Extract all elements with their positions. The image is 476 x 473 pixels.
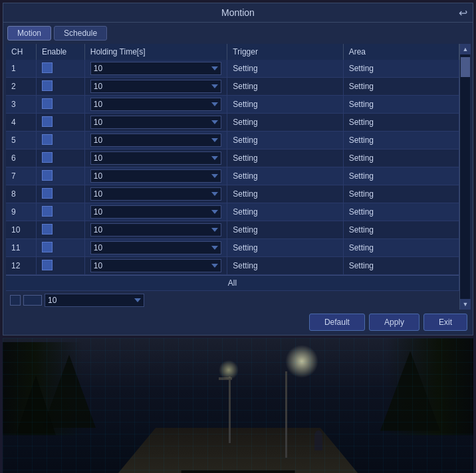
holding-dropdown-6[interactable]: 10: [90, 151, 222, 165]
trigger-setting-11[interactable]: Setting: [233, 243, 257, 252]
channel-table: CH Enable Holding Time[s] Trigger Area 1…: [6, 44, 459, 275]
tab-schedule[interactable]: Schedule: [54, 26, 107, 41]
enable-checkbox-9[interactable]: [42, 206, 53, 217]
enable-checkbox-3[interactable]: [42, 98, 53, 109]
area-setting-12[interactable]: Setting: [349, 261, 374, 270]
dropdown-arrow-icon: [211, 102, 218, 106]
holding-dropdown-2[interactable]: 10: [90, 80, 222, 93]
channel-table-wrapper: CH Enable Holding Time[s] Trigger Area 1…: [6, 44, 459, 310]
cell-trigger: Setting: [227, 132, 343, 149]
holding-dropdown-12[interactable]: 10: [90, 259, 222, 272]
back-button[interactable]: ↩: [459, 7, 467, 19]
scroll-track[interactable]: [460, 54, 470, 299]
cell-holding: 10: [84, 257, 227, 275]
holding-dropdown-3[interactable]: 10: [90, 98, 222, 111]
trigger-setting-1[interactable]: Setting: [233, 64, 257, 73]
area-setting-4[interactable]: Setting: [349, 118, 374, 127]
trigger-setting-3[interactable]: Setting: [233, 100, 257, 109]
cell-holding: 10: [84, 149, 227, 167]
dropdown-arrow-icon: [211, 192, 218, 196]
scroll-up-button[interactable]: ▲: [460, 44, 471, 54]
area-setting-7[interactable]: Setting: [349, 171, 374, 181]
trigger-setting-10[interactable]: Setting: [233, 225, 257, 235]
trigger-setting-5[interactable]: Setting: [233, 136, 257, 145]
enable-checkbox-5[interactable]: [42, 134, 53, 145]
all-enable-checkbox2[interactable]: [23, 295, 42, 306]
cell-holding: 10: [84, 114, 227, 132]
cell-trigger: Setting: [227, 257, 343, 275]
dropdown-arrow-icon: [211, 174, 218, 178]
cell-enable: [36, 78, 84, 96]
scroll-thumb[interactable]: [461, 57, 470, 77]
enable-checkbox-11[interactable]: [42, 242, 53, 252]
area-setting-9[interactable]: Setting: [349, 207, 374, 217]
holding-dropdown-11[interactable]: 10: [90, 241, 222, 254]
cell-enable: [36, 185, 84, 203]
area-setting-11[interactable]: Setting: [349, 243, 374, 252]
cell-trigger: Setting: [227, 78, 343, 96]
cell-trigger: Setting: [227, 60, 343, 78]
dropdown-arrow-icon: [211, 138, 218, 142]
window-title: Montion: [221, 7, 255, 18]
trigger-setting-6[interactable]: Setting: [233, 153, 257, 163]
area-setting-8[interactable]: Setting: [349, 189, 374, 199]
all-enable-checkbox[interactable]: [10, 295, 21, 306]
cell-holding: 10: [84, 167, 227, 185]
area-setting-1[interactable]: Setting: [349, 64, 374, 73]
dropdown-arrow-icon: [211, 156, 218, 160]
enable-checkbox-2[interactable]: [42, 80, 53, 91]
header-area: Area: [343, 44, 459, 60]
cell-holding: 10: [84, 239, 227, 257]
cell-ch: 7: [6, 167, 36, 185]
area-setting-10[interactable]: Setting: [349, 225, 374, 235]
cell-enable: [36, 132, 84, 149]
cell-holding: 10: [84, 60, 227, 78]
trigger-setting-4[interactable]: Setting: [233, 118, 257, 127]
cell-enable: [36, 114, 84, 132]
all-holding-dropdown[interactable]: 10: [45, 294, 144, 307]
enable-checkbox-12[interactable]: [42, 260, 53, 270]
enable-checkbox-10[interactable]: [42, 224, 53, 235]
cell-area: Setting: [343, 203, 459, 221]
enable-checkbox-4[interactable]: [42, 116, 53, 127]
trigger-setting-7[interactable]: Setting: [233, 171, 257, 181]
holding-dropdown-5[interactable]: 10: [90, 134, 222, 147]
default-button[interactable]: Default: [309, 314, 365, 331]
table-row: 5 10 Setting Setting: [6, 132, 459, 149]
holding-dropdown-4[interactable]: 10: [90, 116, 222, 129]
exit-button[interactable]: Exit: [423, 314, 467, 331]
table-scrollbar[interactable]: ▲ ▼: [459, 44, 470, 310]
area-setting-2[interactable]: Setting: [349, 82, 374, 91]
scroll-down-button[interactable]: ▼: [460, 299, 471, 310]
enable-checkbox-1[interactable]: [42, 62, 53, 73]
trigger-setting-8[interactable]: Setting: [233, 189, 257, 199]
enable-checkbox-7[interactable]: [42, 170, 53, 181]
holding-dropdown-9[interactable]: 10: [90, 205, 222, 219]
trigger-setting-12[interactable]: Setting: [233, 261, 257, 270]
trigger-setting-2[interactable]: Setting: [233, 82, 257, 91]
holding-dropdown-7[interactable]: 10: [90, 169, 222, 183]
dropdown-arrow-icon: [211, 264, 218, 268]
cell-enable: [36, 60, 84, 78]
cell-ch: 8: [6, 185, 36, 203]
area-setting-5[interactable]: Setting: [349, 136, 374, 145]
enable-checkbox-8[interactable]: [42, 188, 53, 199]
cell-area: Setting: [343, 78, 459, 96]
motion-panel: Montion ↩ Motion Schedule CH Enable Hold…: [3, 3, 473, 335]
holding-dropdown-10[interactable]: 10: [90, 223, 222, 236]
tab-motion[interactable]: Motion: [7, 26, 51, 41]
dropdown-arrow-icon: [134, 298, 141, 302]
cell-trigger: Setting: [227, 203, 343, 221]
all-row: All: [6, 276, 459, 291]
cell-area: Setting: [343, 185, 459, 203]
table-row: 12 10 Setting Setting: [6, 257, 459, 275]
cell-area: Setting: [343, 239, 459, 257]
cell-enable: [36, 257, 84, 275]
apply-button[interactable]: Apply: [369, 314, 419, 331]
holding-dropdown-1[interactable]: 10: [90, 62, 222, 75]
area-setting-6[interactable]: Setting: [349, 153, 374, 163]
trigger-setting-9[interactable]: Setting: [233, 207, 257, 217]
area-setting-3[interactable]: Setting: [349, 100, 374, 109]
enable-checkbox-6[interactable]: [42, 152, 53, 163]
holding-dropdown-8[interactable]: 10: [90, 187, 222, 201]
